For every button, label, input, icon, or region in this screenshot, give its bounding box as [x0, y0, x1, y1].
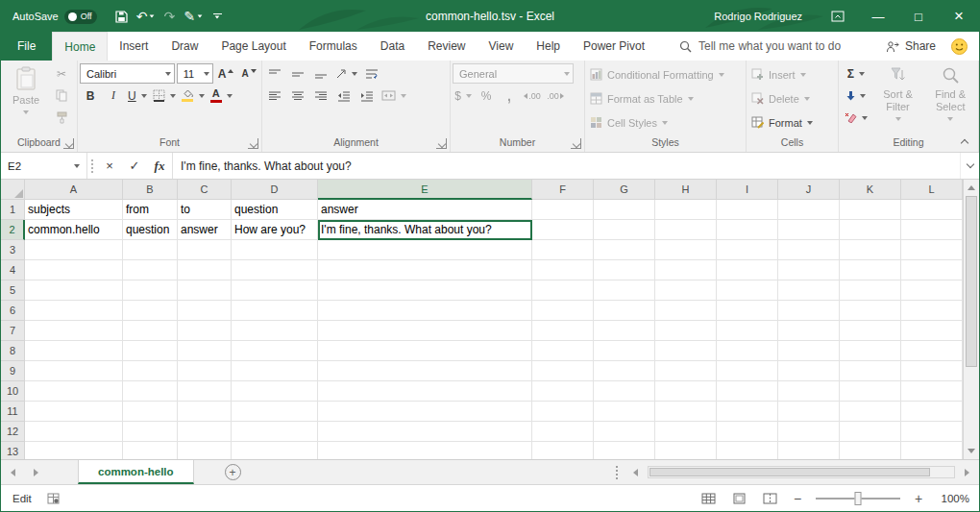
cell-c13[interactable]: [178, 442, 232, 459]
cell-a6[interactable]: [25, 301, 123, 321]
insert-cells-button[interactable]: Insert: [748, 63, 836, 85]
cell-i2[interactable]: [717, 220, 778, 240]
cell-a5[interactable]: [25, 280, 123, 301]
cell-b8[interactable]: [123, 341, 178, 361]
cell-j4[interactable]: [778, 260, 840, 280]
cell-l1[interactable]: [901, 200, 963, 220]
paste-button[interactable]: Paste: [3, 63, 49, 131]
decrease-indent-button[interactable]: [333, 85, 355, 106]
cell-e5[interactable]: [318, 280, 532, 301]
tab-help[interactable]: Help: [525, 32, 572, 61]
cell-h11[interactable]: [655, 402, 717, 422]
cell-k6[interactable]: [840, 301, 901, 321]
cell-i8[interactable]: [717, 341, 778, 361]
font-name-combo[interactable]: Calibri: [80, 63, 175, 84]
cell-b10[interactable]: [123, 381, 178, 402]
fill-button[interactable]: [841, 85, 871, 106]
cell-j2[interactable]: [778, 220, 840, 240]
cell-g2[interactable]: [594, 220, 655, 240]
cell-e9[interactable]: [318, 361, 532, 381]
cell-i9[interactable]: [717, 361, 778, 381]
tab-draw[interactable]: Draw: [159, 32, 209, 61]
cell-e8[interactable]: [318, 341, 532, 361]
zoom-slider-thumb[interactable]: [855, 492, 862, 505]
cell-g7[interactable]: [594, 321, 655, 341]
cell-c5[interactable]: [178, 280, 232, 301]
format-as-table-button[interactable]: Format as Table: [587, 87, 744, 110]
bottom-align-button[interactable]: [310, 63, 331, 84]
cell-j6[interactable]: [778, 301, 840, 321]
cell-k7[interactable]: [840, 321, 901, 341]
increase-font-size-button[interactable]: A: [215, 63, 236, 84]
number-dialog-launcher[interactable]: [571, 138, 581, 149]
cell-d8[interactable]: [232, 341, 318, 361]
cell-c4[interactable]: [178, 260, 232, 280]
cell-d12[interactable]: [232, 422, 318, 442]
zoom-level[interactable]: 100%: [937, 493, 969, 504]
cell-e2[interactable]: I'm fine, thanks. What about you?: [318, 220, 532, 240]
row-header-2[interactable]: 2: [1, 220, 25, 240]
tab-scroll-splitter[interactable]: [616, 466, 618, 479]
cell-i4[interactable]: [717, 260, 778, 280]
cell-h8[interactable]: [655, 341, 717, 361]
row-header-9[interactable]: 9: [1, 361, 25, 381]
cell-l11[interactable]: [901, 402, 963, 422]
cell-f2[interactable]: [532, 220, 594, 240]
cell-f3[interactable]: [532, 240, 594, 260]
cell-c7[interactable]: [178, 321, 232, 341]
scroll-down-arrow[interactable]: [964, 443, 979, 459]
tab-file[interactable]: File: [1, 32, 52, 61]
column-header-e[interactable]: E: [318, 180, 532, 200]
cell-c6[interactable]: [178, 301, 232, 321]
cell-f6[interactable]: [532, 301, 594, 321]
sheet-nav-right-button[interactable]: [24, 460, 47, 484]
cell-j11[interactable]: [778, 402, 840, 422]
cell-f8[interactable]: [532, 341, 594, 361]
cell-b13[interactable]: [123, 442, 178, 459]
cell-l13[interactable]: [901, 442, 963, 459]
cell-h9[interactable]: [655, 361, 717, 381]
sheet-nav-left-button[interactable]: [1, 460, 24, 484]
cell-k4[interactable]: [840, 260, 901, 280]
cell-a8[interactable]: [25, 341, 123, 361]
macro-record-button[interactable]: [47, 493, 60, 504]
cell-b7[interactable]: [123, 321, 178, 341]
cancel-button[interactable]: ×: [97, 153, 122, 179]
cell-b4[interactable]: [123, 260, 178, 280]
cell-k11[interactable]: [840, 402, 901, 422]
cell-h4[interactable]: [655, 260, 717, 280]
horizontal-scroll-thumb[interactable]: [649, 468, 930, 476]
alignment-dialog-launcher[interactable]: [436, 138, 447, 149]
cell-c12[interactable]: [178, 422, 232, 442]
cell-g10[interactable]: [594, 381, 655, 402]
hscroll-right-arrow[interactable]: [959, 469, 975, 476]
collapse-ribbon-button[interactable]: [957, 134, 972, 148]
minimize-button[interactable]: —: [858, 1, 898, 32]
name-box[interactable]: E2: [1, 153, 87, 179]
cell-l8[interactable]: [901, 341, 963, 361]
cell-k12[interactable]: [840, 422, 901, 442]
feedback-smiley-icon[interactable]: [951, 38, 968, 55]
cell-d1[interactable]: question: [232, 200, 318, 220]
cell-e13[interactable]: [318, 442, 532, 459]
close-button[interactable]: ×: [939, 1, 979, 32]
percent-style-button[interactable]: %: [476, 85, 497, 106]
formula-bar-expand-button[interactable]: [960, 153, 979, 179]
cell-a13[interactable]: [25, 442, 123, 459]
save-button[interactable]: [110, 4, 134, 29]
column-header-f[interactable]: F: [532, 180, 594, 200]
row-header-8[interactable]: 8: [1, 341, 25, 361]
tab-page-layout[interactable]: Page Layout: [209, 32, 297, 61]
cell-j13[interactable]: [778, 442, 840, 459]
cell-c10[interactable]: [178, 381, 232, 402]
cell-g12[interactable]: [594, 422, 655, 442]
row-header-13[interactable]: 13: [1, 442, 25, 459]
cell-i1[interactable]: [717, 200, 778, 220]
cell-b6[interactable]: [123, 301, 178, 321]
cell-h5[interactable]: [655, 280, 717, 301]
format-painter-button[interactable]: [51, 108, 72, 128]
cell-c1[interactable]: to: [178, 200, 232, 220]
cell-b3[interactable]: [123, 240, 178, 260]
font-dialog-launcher[interactable]: [248, 138, 258, 149]
align-right-button[interactable]: [310, 85, 331, 106]
